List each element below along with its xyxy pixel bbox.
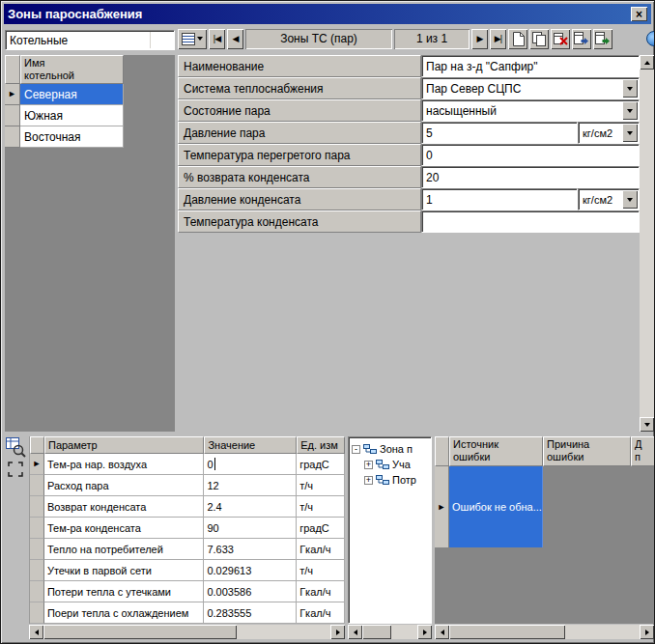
condensate-pressure-unit-combo[interactable]: кг/см2	[578, 188, 640, 210]
new-record-button[interactable]	[508, 29, 527, 49]
column-header-value[interactable]: Значение	[204, 436, 297, 454]
boiler-name-cell[interactable]: Южная	[20, 105, 124, 126]
scroll-up-button[interactable]	[640, 55, 654, 70]
column-header-error-source[interactable]: Источник ошибки	[449, 436, 543, 466]
steam-pressure-field[interactable]: 5	[421, 122, 578, 144]
next-record-button[interactable]: ▶	[471, 29, 488, 49]
tree-node-consumers[interactable]: + Потр	[352, 472, 431, 488]
errors-horizontal-scrollbar[interactable]	[435, 625, 654, 639]
boiler-name-cell[interactable]: Восточная	[20, 126, 124, 148]
parameter-unit-cell[interactable]: т/ч	[297, 475, 345, 496]
parameter-name-cell[interactable]: Тем-ра конденсата	[44, 518, 204, 539]
column-header-clipped[interactable]: Д п	[631, 436, 655, 466]
parameter-unit-cell[interactable]: градС	[297, 454, 345, 475]
collapse-icon[interactable]: -	[352, 445, 360, 454]
error-status-cell[interactable]: Ошибок не обна...	[449, 466, 543, 547]
scroll-left-button[interactable]	[435, 625, 449, 639]
parameter-name-cell[interactable]: Тем-ра нар. воздуха	[44, 454, 204, 475]
parameter-name-cell[interactable]: Поери тепла с охлаждением	[44, 602, 204, 624]
name-field[interactable]: Пар на з-д "Сапфир"	[421, 55, 640, 77]
scroll-right-button[interactable]	[417, 625, 432, 639]
parameter-value-cell[interactable]: 7.633	[204, 539, 297, 560]
unit-dropdown-button[interactable]	[622, 190, 638, 209]
parameter-unit-cell[interactable]: градС	[297, 518, 345, 539]
expand-node-icon[interactable]: +	[364, 461, 373, 469]
parameter-unit-cell[interactable]: Гкал/ч	[297, 581, 345, 602]
export-record-button[interactable]	[572, 29, 591, 49]
tree-node-label[interactable]: Потр	[392, 474, 416, 486]
unit-dropdown-button[interactable]	[622, 124, 638, 142]
parameter-row[interactable]: Расход пара 12 т/ч	[30, 475, 345, 496]
parameter-unit-cell[interactable]: Гкал/ч	[297, 539, 345, 560]
title-bar[interactable]: Зоны пароснабжения ×	[4, 4, 651, 24]
parameter-row[interactable]: Потери тепла с утечками 0.003586 Гкал/ч	[30, 581, 345, 602]
boiler-name-cell[interactable]: Северная	[20, 84, 124, 105]
tree-node-label[interactable]: Зона п	[380, 443, 413, 455]
find-parameter-button[interactable]	[5, 436, 26, 458]
parameter-row[interactable]: Тем-ра конденсата 90 градС	[30, 518, 345, 539]
last-record-button[interactable]: ▶|	[490, 29, 506, 49]
heat-system-dropdown-button[interactable]	[622, 79, 638, 98]
parameter-value-cell[interactable]: 0.003586	[204, 581, 297, 602]
delete-record-button[interactable]	[551, 29, 570, 49]
scroll-right-button[interactable]	[330, 625, 345, 639]
parameter-row[interactable]: Поери тепла с охлаждением 0.283555 Гкал/…	[30, 602, 345, 624]
parameter-name-cell[interactable]: Возврат конденсата	[44, 496, 204, 518]
view-menu-button[interactable]	[178, 29, 207, 49]
parameter-value-cell[interactable]: 0.283555	[204, 602, 297, 624]
column-header-parameter[interactable]: Параметр	[44, 436, 204, 454]
error-row[interactable]: ► Ошибок не обна...	[435, 466, 655, 547]
superheat-temp-field[interactable]: 0	[421, 144, 640, 166]
column-header-unit[interactable]: Ед. изм	[297, 436, 345, 454]
boiler-row[interactable]: Южная	[5, 105, 175, 126]
tree-node-zone[interactable]: - Зона п	[352, 441, 431, 457]
boiler-row[interactable]: Восточная	[5, 126, 175, 148]
parameter-row[interactable]: Возврат конденсата 2.4 т/ч	[30, 496, 345, 518]
scrollbar-thumb[interactable]	[362, 625, 391, 639]
parameter-row[interactable]: Утечки в парвой сети 0.029613 т/ч	[30, 560, 345, 581]
expand-view-button[interactable]	[7, 461, 24, 478]
tree-node-label[interactable]: Уча	[392, 459, 411, 470]
parameter-row[interactable]: Тепло на потребителей 7.633 Гкал/ч	[30, 539, 345, 560]
close-button[interactable]: ×	[631, 7, 647, 21]
condensate-return-field[interactable]: 20	[421, 166, 640, 188]
parameter-unit-cell[interactable]: Гкал/ч	[297, 602, 345, 624]
boiler-name-column-header[interactable]: Имя котельной	[20, 55, 124, 84]
parameter-value-cell[interactable]: 90	[204, 518, 297, 539]
parameter-unit-cell[interactable]: т/ч	[297, 560, 345, 581]
column-header-error-cause[interactable]: Причина ошибки	[543, 436, 631, 466]
steam-pressure-unit-combo[interactable]: кг/см2	[578, 122, 640, 144]
expand-node-icon[interactable]: +	[364, 476, 373, 485]
tree-horizontal-scrollbar[interactable]	[348, 625, 432, 639]
parameter-name-cell[interactable]: Расход пара	[44, 475, 204, 496]
scrollbar-thumb[interactable]	[43, 625, 237, 639]
parameter-value-cell[interactable]: 2.4	[204, 496, 297, 518]
scroll-right-button[interactable]	[640, 625, 654, 639]
form-vertical-scrollbar[interactable]	[640, 55, 654, 432]
send-record-button[interactable]	[593, 29, 612, 49]
scroll-down-button[interactable]	[640, 417, 654, 432]
condensate-pressure-field[interactable]: 1	[421, 188, 578, 210]
parameters-horizontal-scrollbar[interactable]	[29, 625, 345, 639]
parameter-value-cell[interactable]: 0	[204, 454, 297, 475]
parameter-value-cell[interactable]: 12	[204, 475, 297, 496]
first-record-button[interactable]: |◀	[209, 29, 225, 49]
condensate-temp-field[interactable]	[421, 210, 640, 233]
scrollbar-thumb[interactable]	[449, 625, 565, 639]
parameter-name-cell[interactable]: Утечки в парвой сети	[44, 560, 204, 581]
heat-system-field[interactable]: Пар Север СЦПС	[421, 77, 640, 99]
boiler-row-selected[interactable]: ► Северная	[5, 84, 175, 105]
parameter-name-cell[interactable]: Потери тепла с утечками	[44, 581, 204, 602]
parameter-value-cell[interactable]: 0.029613	[204, 560, 297, 581]
boiler-filter-input[interactable]: Котельные	[5, 30, 175, 50]
prev-record-button[interactable]: ◀	[227, 29, 243, 49]
scroll-left-button[interactable]	[348, 625, 362, 639]
steam-state-dropdown-button[interactable]	[622, 101, 638, 120]
help-icon[interactable]	[646, 31, 655, 46]
parameter-name-cell[interactable]: Тепло на потребителей	[44, 539, 204, 560]
copy-record-button[interactable]	[529, 29, 549, 49]
parameter-row[interactable]: ► Тем-ра нар. воздуха 0 градС	[30, 454, 345, 475]
tree-node-sections[interactable]: + Уча	[352, 457, 431, 472]
parameter-unit-cell[interactable]: т/ч	[297, 496, 345, 518]
scroll-left-button[interactable]	[29, 625, 43, 639]
